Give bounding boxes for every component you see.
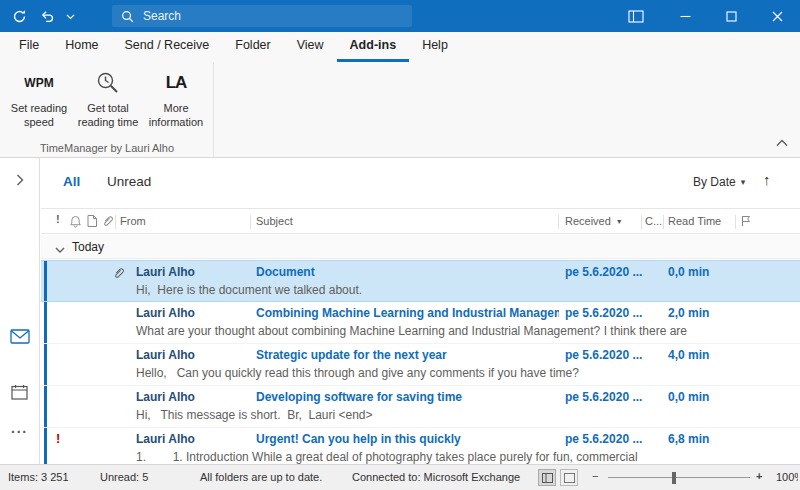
column-separator	[641, 215, 642, 229]
ribbon-group-label: TimeManager by Lauri Alho	[0, 142, 214, 154]
tab-view[interactable]: View	[284, 32, 337, 62]
tab-send-receive[interactable]: Send / Receive	[112, 32, 223, 62]
item-type-column-header[interactable]	[87, 215, 97, 229]
filter-tab-unread[interactable]: Unread	[107, 174, 151, 189]
normal-view-button[interactable]	[538, 469, 556, 486]
message-received: pe 5.6.2020 ...	[565, 432, 647, 446]
ribbon: WPM Set reading speed Get total reading …	[0, 62, 800, 158]
undo-button[interactable]	[34, 3, 60, 29]
unread-indicator	[44, 428, 47, 464]
received-column-header[interactable]: Received ▼	[565, 215, 623, 227]
nav-more-button[interactable]: ···	[0, 418, 39, 446]
tab-add-ins[interactable]: Add-ins	[337, 32, 410, 62]
subject-column-header[interactable]: Subject	[256, 215, 293, 227]
unread-indicator	[44, 261, 47, 301]
folders-status: All folders are up to date.	[200, 471, 322, 483]
search-input[interactable]: Search	[112, 5, 412, 27]
sort-descending-icon: ▼	[616, 218, 623, 225]
wpm-icon: WPM	[24, 67, 53, 99]
attachment-icon	[113, 267, 124, 282]
unread-indicator	[44, 386, 47, 427]
ellipsis-icon: ···	[11, 424, 28, 440]
more-information-button[interactable]: LA More information	[143, 67, 209, 141]
from-column-header[interactable]: From	[120, 215, 146, 227]
message-read-time: 2,0 min	[668, 306, 738, 320]
send-receive-refresh-button[interactable]	[6, 3, 32, 29]
reading-view-button[interactable]	[560, 469, 578, 486]
message-from: Lauri Alho	[136, 348, 251, 362]
message-row[interactable]: Lauri Alho Document pe 5.6.2020 ... 0,0 …	[41, 260, 800, 302]
unread-indicator	[44, 302, 47, 343]
message-row[interactable]: Lauri Alho Combining Machine Learning an…	[41, 302, 800, 344]
expand-folder-pane-button[interactable]	[0, 166, 39, 194]
message-read-time: 6,8 min	[668, 432, 738, 446]
undo-icon	[40, 9, 55, 24]
sort-direction-button[interactable]: ↑	[763, 171, 771, 188]
attachment-column-header[interactable]	[102, 215, 113, 229]
collapse-ribbon-button[interactable]	[776, 136, 788, 150]
message-row[interactable]: Lauri Alho Developing software for savin…	[41, 386, 800, 428]
message-subject: Combining Machine Learning and Industria…	[256, 306, 559, 320]
message-preview: Hello, Can you quickly read this through…	[136, 366, 782, 380]
customize-quick-access-button[interactable]	[62, 3, 78, 29]
message-list-pane: All Unread By Date ▾ ↑ ! From Su	[41, 158, 800, 464]
message-subject: Developing software for saving time	[256, 390, 559, 404]
display-settings-button[interactable]	[616, 0, 656, 32]
message-subject: Document	[256, 265, 559, 279]
zoom-percentage[interactable]: 100%	[776, 471, 798, 483]
zoom-slider[interactable]	[608, 477, 750, 478]
column-separator	[558, 215, 559, 229]
message-from: Lauri Alho	[136, 306, 251, 320]
sort-by-dropdown[interactable]: By Date ▾	[693, 175, 745, 189]
categories-column-header[interactable]: C...	[645, 215, 662, 227]
group-header-today[interactable]: Today	[41, 235, 800, 259]
titlebar: Search	[0, 0, 800, 32]
message-preview: 1. 1. Introduction While a great deal of…	[136, 450, 782, 464]
button-label: More information	[143, 102, 209, 130]
maximize-button[interactable]	[708, 0, 754, 32]
message-received: pe 5.6.2020 ...	[565, 306, 647, 320]
message-subject: Strategic update for the next year	[256, 348, 559, 362]
calendar-icon	[11, 384, 28, 400]
magnifier-clock-icon	[95, 67, 121, 99]
message-received: pe 5.6.2020 ...	[565, 348, 647, 362]
flag-column-header[interactable]	[741, 215, 751, 229]
message-received: pe 5.6.2020 ...	[565, 265, 647, 279]
importance-column-header[interactable]: !	[56, 213, 60, 225]
search-icon	[121, 10, 134, 23]
reading-view-icon	[564, 473, 575, 483]
message-read-time: 0,0 min	[668, 390, 738, 404]
normal-view-icon	[542, 473, 553, 483]
quick-access-toolbar	[6, 0, 78, 32]
received-label: Received	[565, 215, 611, 227]
get-total-reading-time-button[interactable]: Get total reading time	[76, 67, 140, 141]
minimize-icon	[680, 11, 691, 22]
zoom-in-button[interactable]: +	[756, 470, 762, 482]
read-time-column-header[interactable]: Read Time	[668, 215, 721, 227]
filter-tab-all[interactable]: All	[63, 174, 80, 189]
items-count: Items: 3 251	[8, 471, 69, 483]
minimize-button[interactable]	[662, 0, 708, 32]
set-reading-speed-button[interactable]: WPM Set reading speed	[6, 67, 72, 141]
message-received: pe 5.6.2020 ...	[565, 390, 647, 404]
tab-folder[interactable]: Folder	[222, 32, 283, 62]
window-controls	[616, 0, 800, 32]
message-subject: Urgent! Can you help in this quickly	[256, 432, 559, 446]
close-button[interactable]	[754, 0, 800, 32]
zoom-out-button[interactable]: −	[592, 470, 598, 482]
column-separator	[663, 215, 664, 229]
connection-status: Connected to: Microsoft Exchange	[352, 471, 520, 483]
tab-file[interactable]: File	[6, 32, 52, 62]
nav-calendar-button[interactable]	[0, 378, 39, 406]
tab-home[interactable]: Home	[52, 32, 111, 62]
reminder-column-header[interactable]	[70, 215, 81, 230]
navigation-sidebar: ···	[0, 158, 40, 464]
zoom-slider-handle[interactable]	[672, 472, 676, 484]
tab-help[interactable]: Help	[409, 32, 461, 62]
message-row[interactable]: Lauri Alho Strategic update for the next…	[41, 344, 800, 386]
message-preview: What are your thought about combining Ma…	[136, 324, 782, 338]
message-row[interactable]: ! Lauri Alho Urgent! Can you help in thi…	[41, 428, 800, 464]
column-separator	[115, 215, 116, 229]
message-preview: Hi, This message is short. Br, Lauri <en…	[136, 408, 782, 422]
nav-mail-button[interactable]	[0, 322, 39, 350]
